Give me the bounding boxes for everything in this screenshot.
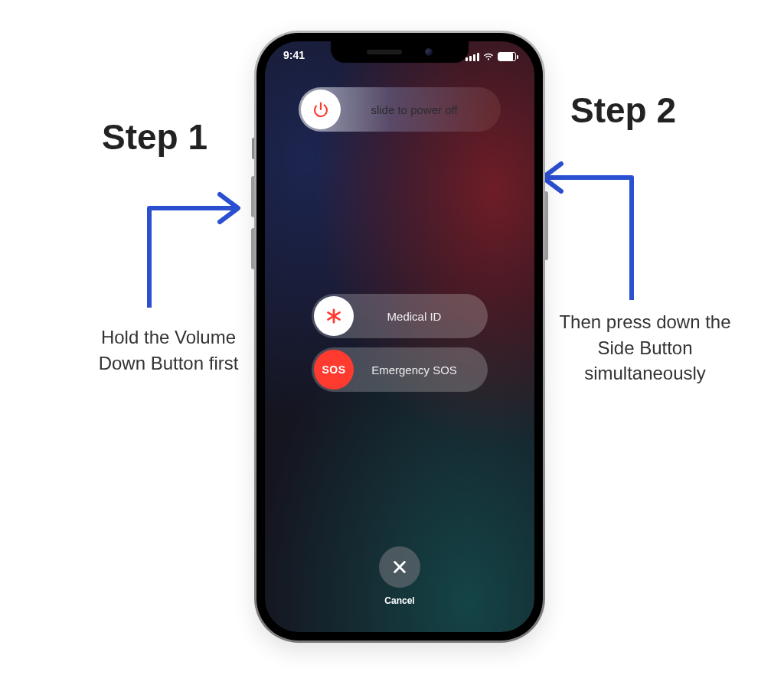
cancel-label: Cancel bbox=[384, 595, 414, 606]
emergency-sos-label: Emergency SOS bbox=[356, 363, 488, 376]
close-icon bbox=[391, 559, 408, 575]
medical-id-label: Medical ID bbox=[356, 310, 488, 323]
iphone-frame: 9:41 slide to power off bbox=[254, 31, 545, 643]
step1-arrow-icon bbox=[134, 162, 249, 308]
medical-id-slider[interactable]: Medical ID bbox=[312, 294, 488, 338]
volume-down-button[interactable] bbox=[251, 228, 254, 269]
step1-caption: Hold the Volume Down Button first bbox=[88, 324, 249, 376]
battery-icon bbox=[498, 52, 516, 61]
medical-id-knob[interactable] bbox=[314, 296, 354, 336]
cancel-button[interactable] bbox=[379, 546, 420, 588]
sos-icon: SOS bbox=[322, 363, 345, 376]
step2-caption: Then press down the Side Button simultan… bbox=[555, 309, 735, 386]
power-off-label: slide to power off bbox=[343, 103, 501, 116]
cellular-icon bbox=[466, 53, 479, 61]
status-bar: 9:41 bbox=[265, 49, 534, 64]
step1-heading: Step 1 bbox=[102, 116, 207, 158]
status-time: 9:41 bbox=[283, 49, 305, 64]
wifi-icon bbox=[483, 51, 494, 62]
phone-bezel: 9:41 slide to power off bbox=[256, 33, 543, 641]
diagram-stage: Step 1 Hold the Volume Down Button first… bbox=[0, 0, 784, 678]
mute-switch[interactable] bbox=[252, 138, 254, 159]
power-off-slider[interactable]: slide to power off bbox=[299, 87, 501, 132]
side-button[interactable] bbox=[545, 191, 548, 260]
power-off-knob[interactable] bbox=[301, 90, 341, 129]
power-icon bbox=[312, 100, 330, 119]
emergency-sos-knob[interactable]: SOS bbox=[314, 350, 354, 390]
phone-screen: 9:41 slide to power off bbox=[265, 41, 534, 632]
cancel-group: Cancel bbox=[379, 546, 420, 606]
asterisk-icon bbox=[325, 308, 342, 324]
step2-arrow-icon bbox=[532, 132, 647, 300]
volume-up-button[interactable] bbox=[251, 176, 254, 217]
emergency-sos-slider[interactable]: SOS Emergency SOS bbox=[312, 347, 488, 392]
status-icons bbox=[466, 49, 516, 64]
step2-heading: Step 2 bbox=[570, 90, 676, 131]
